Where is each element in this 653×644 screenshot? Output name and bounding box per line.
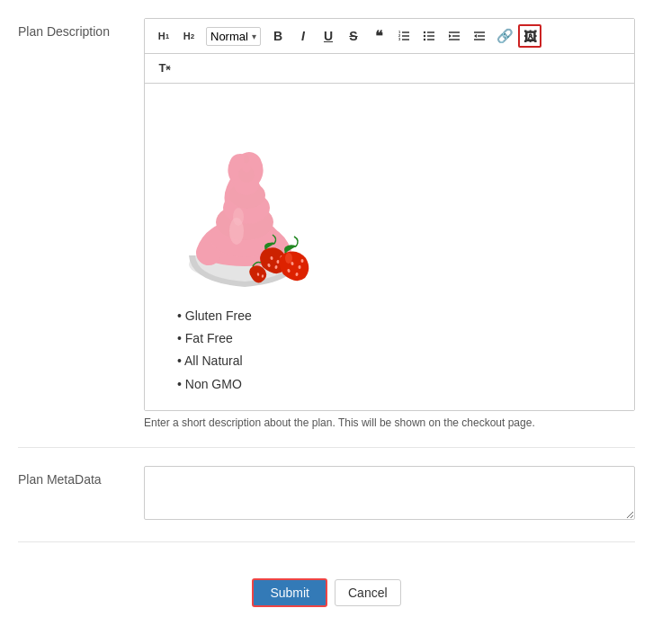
rich-text-editor: H1 H2 Normal ▾ B I U S ❝ (144, 18, 635, 411)
list-item: Fat Free (177, 327, 620, 350)
plan-description-row: Plan Description H1 H2 Normal ▾ B I U S … (18, 18, 635, 448)
froyo-image-svg (159, 98, 339, 296)
svg-point-7 (424, 35, 425, 37)
strikethrough-button[interactable]: S (342, 24, 365, 48)
chevron-down-icon: ▾ (252, 31, 256, 41)
clear-format-button[interactable]: Tx (152, 56, 177, 79)
blockquote-button[interactable]: ❝ (367, 24, 390, 48)
indent-decrease-button[interactable] (443, 24, 466, 48)
svg-point-29 (244, 155, 249, 164)
list-item: Gluten Free (177, 305, 620, 327)
link-button[interactable]: 🔗 (493, 24, 516, 48)
bullet-list: Gluten Free Fat Free All Natural Non GMO (159, 305, 620, 396)
form-actions: Submit Cancel (18, 560, 635, 607)
format-select[interactable]: Normal (210, 30, 252, 43)
svg-text:3: 3 (398, 37, 401, 41)
unordered-list-button[interactable] (417, 24, 441, 48)
editor-toolbar-row2: Tx (145, 54, 634, 84)
editor-image (159, 98, 620, 296)
svg-marker-15 (449, 34, 452, 38)
list-item: All Natural (177, 350, 620, 372)
h2-button[interactable]: H2 (177, 24, 201, 48)
indent-increase-button[interactable] (468, 24, 491, 48)
underline-button[interactable]: U (317, 24, 340, 48)
ordered-list-button[interactable]: 1 2 3 (392, 24, 416, 48)
h1-button[interactable]: H1 (152, 24, 175, 48)
bold-button[interactable]: B (266, 24, 290, 48)
plan-metadata-input[interactable] (144, 466, 635, 520)
format-select-wrapper[interactable]: Normal ▾ (206, 27, 261, 46)
plan-metadata-control (144, 466, 635, 523)
editor-toolbar: H1 H2 Normal ▾ B I U S ❝ (145, 19, 634, 54)
cancel-button[interactable]: Cancel (335, 579, 401, 606)
submit-button[interactable]: Submit (252, 578, 327, 607)
svg-point-42 (285, 253, 292, 264)
image-button[interactable]: 🖼 (518, 24, 541, 48)
plan-metadata-label: Plan MetaData (18, 466, 144, 489)
plan-description-editor: H1 H2 Normal ▾ B I U S ❝ (144, 18, 635, 429)
list-item: Non GMO (177, 373, 620, 396)
svg-point-6 (424, 31, 425, 33)
plan-description-label: Plan Description (18, 18, 144, 41)
svg-point-41 (301, 259, 304, 263)
editor-content-area[interactable]: Gluten Free Fat Free All Natural Non GMO (145, 84, 634, 410)
plan-metadata-row: Plan MetaData (18, 466, 635, 542)
help-text: Enter a short description about the plan… (144, 416, 635, 429)
svg-marker-19 (474, 34, 477, 38)
italic-button[interactable]: I (291, 24, 315, 48)
svg-point-8 (424, 39, 425, 40)
svg-point-31 (233, 208, 244, 226)
